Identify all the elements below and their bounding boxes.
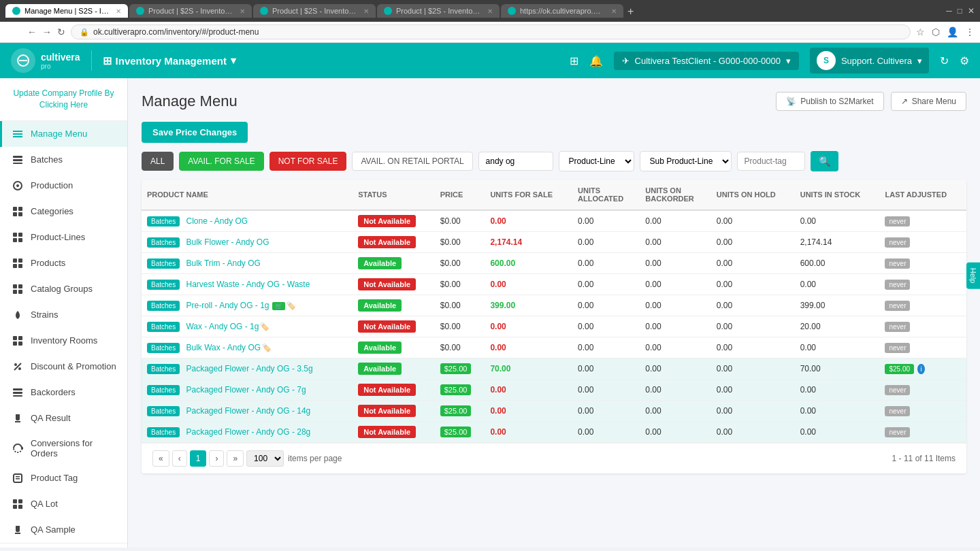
svg-rect-22	[13, 284, 17, 288]
product-link[interactable]: Clone - Andy OG	[186, 216, 248, 226]
nav-module[interactable]: ⊞ Inventory Management ▾	[103, 54, 236, 67]
product-link[interactable]: Bulk Flower - Andy OG	[186, 237, 269, 247]
sidebar-item-products[interactable]: Products	[0, 250, 127, 276]
help-tab[interactable]: Help	[966, 263, 980, 289]
logo-brand: cultivera	[41, 52, 80, 63]
tab-close-1[interactable]: ✕	[116, 7, 121, 15]
product-link[interactable]: Wax - Andy OG - 1g	[186, 322, 259, 331]
product-link[interactable]: Bulk Trim - Andy OG	[186, 258, 260, 268]
sub-product-line-filter[interactable]: Sub Product-Line	[640, 151, 732, 171]
tab-4[interactable]: Product | $2S - Inventory Manag... ✕	[377, 4, 500, 18]
sidebar-item-employee[interactable]: Employee	[0, 544, 127, 548]
sidebar-item-qa-sample[interactable]: QA Sample	[0, 517, 127, 543]
tab-close-2[interactable]: ✕	[240, 7, 245, 15]
tab-active[interactable]: Manage Menu | S2S - Inventory... ✕	[5, 4, 128, 18]
sidebar-item-production[interactable]: Production	[0, 173, 127, 199]
prev-page-button[interactable]: ‹	[172, 450, 187, 467]
col-units-stock: UNITS IN STOCK	[795, 180, 880, 210]
svg-rect-24	[13, 290, 17, 294]
sidebar-item-discount-promotion[interactable]: Discount & Promotion	[0, 354, 127, 380]
forward-button[interactable]: →	[42, 27, 52, 37]
menu-icon[interactable]: ⋮	[965, 27, 975, 37]
batches-badge[interactable]: Batches	[147, 364, 180, 374]
batches-badge[interactable]: Batches	[147, 322, 180, 332]
batches-badge[interactable]: Batches	[147, 258, 180, 269]
batches-badge[interactable]: Batches	[147, 237, 180, 248]
product-link[interactable]: Packaged Flower - Andy OG - 28g	[186, 427, 310, 437]
save-price-changes-button[interactable]: Save Price Changes	[142, 122, 248, 143]
product-link[interactable]: Pre-roll - Andy OG - 1g	[186, 301, 269, 310]
filter-tab-not-sale[interactable]: NOT FOR SALE	[270, 152, 347, 171]
url-bar[interactable]: 🔒 ok.cultiverapro.com/inventory/#/produc…	[71, 24, 911, 39]
sidebar-item-catalog-groups[interactable]: Catalog Groups	[0, 276, 127, 302]
info-icon[interactable]: i	[917, 364, 924, 374]
bell-icon[interactable]: 🔔	[589, 54, 603, 67]
maximize-icon[interactable]: □	[958, 6, 962, 16]
sidebar-item-categories[interactable]: Categories	[0, 199, 127, 224]
batches-badge[interactable]: Batches	[147, 385, 180, 395]
batches-badge[interactable]: Batches	[147, 216, 180, 227]
batches-badge[interactable]: Batches	[147, 343, 180, 353]
filter-tab-retail[interactable]: AVAIL. ON RETAIL PORTAL	[352, 152, 472, 171]
minimize-icon[interactable]: ─	[946, 6, 952, 16]
product-tag-input[interactable]	[737, 152, 805, 171]
sidebar-item-conversions[interactable]: Conversions for Orders	[0, 431, 127, 465]
profile-icon[interactable]: 👤	[947, 27, 958, 37]
sidebar-item-product-tag[interactable]: Product Tag	[0, 465, 127, 491]
last-page-button[interactable]: »	[227, 450, 244, 467]
cell-status: Not Available	[353, 274, 435, 295]
product-link[interactable]: Packaged Flower - Andy OG - 14g	[186, 406, 310, 416]
user-menu[interactable]: S Support. Cultivera ▾	[810, 48, 929, 73]
client-selector[interactable]: ✈ Cultivera TestClient - G000-000-0000 ▾	[614, 52, 799, 70]
share-menu-button[interactable]: ↗ Share Menu	[891, 92, 966, 111]
search-button[interactable]: 🔍	[811, 151, 838, 171]
next-page-button[interactable]: ›	[209, 450, 224, 467]
app: cultivera pro ⊞ Inventory Management ▾ ⊞…	[0, 43, 980, 548]
cell-units-hold: 0.00	[711, 274, 795, 295]
product-line-filter[interactable]: Product-Line	[559, 151, 634, 171]
tab-close-5[interactable]: ✕	[611, 7, 617, 15]
sidebar-item-batches[interactable]: Batches	[0, 147, 127, 173]
product-link[interactable]: Harvest Waste - Andy OG - Waste	[186, 280, 310, 289]
reload-button[interactable]: ↻	[57, 27, 65, 37]
sidebar-item-strains[interactable]: Strains	[0, 302, 127, 328]
tab-close-4[interactable]: ✕	[487, 7, 493, 15]
batches-badge[interactable]: Batches	[147, 301, 180, 311]
sidebar-item-manage-menu[interactable]: Manage Menu	[0, 121, 127, 147]
tab-5[interactable]: https://ok.cultiverapro.com/inv... ✕	[501, 4, 623, 18]
batches-badge[interactable]: Batches	[147, 427, 180, 437]
sidebar-item-inventory-rooms[interactable]: Inventory Rooms	[0, 328, 127, 354]
back-button[interactable]: ←	[27, 27, 37, 37]
company-profile-link[interactable]: Update Company Profile By Clicking Here	[8, 88, 119, 111]
sidebar-item-qa-result[interactable]: QA Result	[0, 405, 127, 431]
batches-badge[interactable]: Batches	[147, 406, 180, 416]
items-per-page-select[interactable]: 100 50 25	[246, 450, 284, 467]
tab-2[interactable]: Product | $2S - Inventory Manag... ✕	[129, 4, 252, 18]
batches-badge[interactable]: Batches	[147, 280, 180, 290]
sidebar-item-product-lines[interactable]: Product-Lines	[0, 224, 127, 250]
search-input[interactable]	[478, 152, 553, 171]
sidebar-item-backorders[interactable]: Backorders	[0, 380, 127, 405]
filter-tab-all[interactable]: ALL	[142, 152, 174, 171]
page-1-button[interactable]: 1	[190, 450, 207, 467]
sidebar-item-qa-lot[interactable]: QA Lot	[0, 491, 127, 517]
product-link[interactable]: Packaged Flower - Andy OG - 7g	[186, 385, 306, 395]
grid-apps-icon[interactable]: ⊞	[570, 54, 578, 67]
product-link[interactable]: Packaged Flower - Andy OG - 3.5g	[186, 364, 312, 373]
tab-favicon-5	[508, 7, 516, 15]
cell-last-adjusted: never	[879, 232, 966, 253]
bookmark-icon[interactable]: ☆	[916, 27, 925, 37]
filter-tab-avail-sale[interactable]: AVAIL. FOR SALE	[179, 152, 263, 171]
cell-units-backorder: 0.00	[640, 210, 711, 232]
tab-close-3[interactable]: ✕	[363, 7, 369, 15]
first-page-button[interactable]: «	[152, 450, 169, 467]
publish-button[interactable]: 📡 Publish to S2Market	[776, 92, 883, 111]
svg-rect-29	[18, 341, 22, 346]
refresh-button[interactable]: ↻	[940, 54, 949, 67]
settings-icon[interactable]: ⚙	[960, 54, 969, 67]
extensions-icon[interactable]: ⬡	[932, 27, 940, 37]
new-tab-button[interactable]: +	[625, 5, 636, 18]
product-link[interactable]: Bulk Wax - Andy OG	[186, 343, 261, 352]
tab-3[interactable]: Product | $2S - Inventory Manag... ✕	[253, 4, 376, 18]
close-icon[interactable]: ✕	[968, 6, 975, 16]
